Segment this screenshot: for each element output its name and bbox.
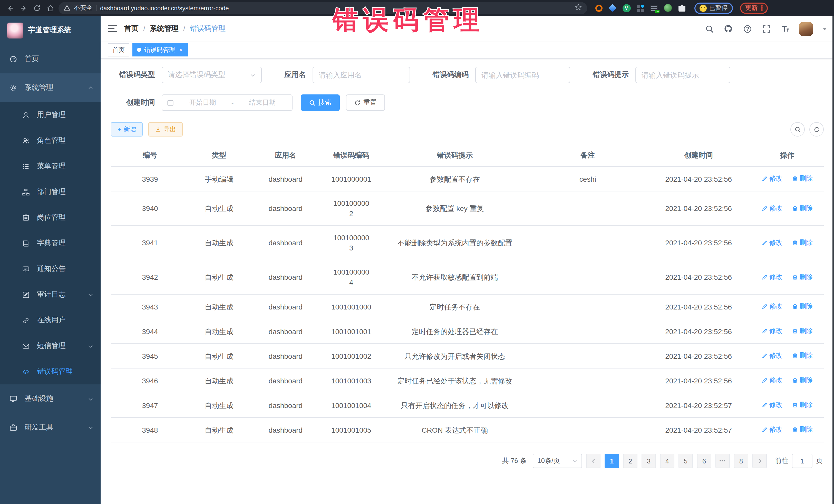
prev-page-button[interactable]	[586, 454, 600, 468]
delete-link[interactable]: 删除	[792, 326, 813, 336]
cell-id: 3943	[111, 294, 189, 319]
goto-page-input[interactable]	[792, 454, 812, 468]
url-bar[interactable]: 不安全 dashboard.yudao.iocoder.cn/system/er…	[59, 2, 587, 14]
delete-link[interactable]: 删除	[792, 203, 813, 213]
sidebar-item-notice[interactable]: 通知公告	[0, 256, 101, 282]
user-avatar[interactable]	[799, 22, 813, 36]
sidebar-item-dev-tools[interactable]: 研发工具	[0, 413, 101, 442]
edit-link[interactable]: 修改	[762, 351, 783, 361]
sidebar-item-user-management[interactable]: 用户管理	[0, 102, 101, 128]
export-button[interactable]: 导出	[148, 122, 183, 136]
cell-app: dashboard	[249, 319, 322, 344]
delete-link[interactable]: 删除	[792, 351, 813, 361]
extension-icon[interactable]	[636, 4, 644, 12]
more-pages-icon[interactable]: •••	[716, 454, 730, 468]
breadcrumb-system[interactable]: 系统管理	[150, 24, 179, 34]
page-button-6[interactable]: 6	[697, 454, 711, 468]
sidebar-item-system-management[interactable]: 系统管理	[0, 73, 101, 102]
breadcrumb-home[interactable]: 首页	[124, 24, 138, 34]
edit-link[interactable]: 修改	[762, 203, 783, 213]
create-time-range-picker[interactable]: 开始日期 - 结束日期	[162, 94, 292, 111]
cell-code: 1001001005	[322, 418, 380, 442]
edit-link[interactable]: 修改	[762, 400, 783, 410]
add-button[interactable]: + 新增	[111, 122, 143, 136]
delete-link[interactable]: 删除	[792, 400, 813, 410]
github-icon[interactable]	[723, 24, 733, 34]
edit-link[interactable]: 修改	[762, 375, 783, 386]
browser-home-icon[interactable]	[45, 3, 56, 13]
sidebar-item-infrastructure[interactable]: 基础设施	[0, 385, 101, 413]
security-label[interactable]: 不安全	[74, 4, 92, 12]
delete-link[interactable]: 删除	[792, 424, 813, 435]
sidebar-toggle-icon[interactable]	[108, 25, 117, 32]
cell-message: 参数配置 key 重复	[380, 191, 529, 225]
delete-link[interactable]: 删除	[792, 174, 813, 184]
sidebar-item-post-management[interactable]: 岗位管理	[0, 205, 101, 231]
extension-icon[interactable]: V	[622, 4, 631, 12]
sidebar-item-role-management[interactable]: 角色管理	[0, 128, 101, 153]
sidebar-item-menu-management[interactable]: 菜单管理	[0, 153, 101, 179]
browser-forward-icon[interactable]	[19, 3, 29, 13]
sidebar-item-online-users[interactable]: 在线用户	[0, 307, 101, 333]
tab-error-code-management[interactable]: 错误码管理 ×	[132, 43, 188, 57]
bookmark-star-icon[interactable]	[575, 3, 582, 13]
edit-link[interactable]: 修改	[762, 301, 783, 311]
page-button-8[interactable]: 8	[734, 454, 748, 468]
extension-icon[interactable]	[678, 4, 686, 12]
page-button-4[interactable]: 4	[660, 454, 674, 468]
error-msg-input[interactable]	[635, 67, 730, 83]
extension-icon[interactable]	[594, 4, 603, 12]
search-icon[interactable]	[704, 24, 715, 34]
font-size-icon[interactable]	[780, 24, 790, 34]
extension-icon[interactable]: on	[650, 4, 658, 12]
help-icon[interactable]	[742, 24, 752, 34]
user-menu-caret-icon[interactable]	[823, 27, 827, 30]
fullscreen-icon[interactable]	[761, 24, 771, 34]
sidebar-item-home[interactable]: 首页	[0, 45, 101, 73]
cell-message: 不允许获取敏感配置到前端	[380, 260, 529, 294]
reset-button[interactable]: 重置	[346, 94, 385, 111]
sidebar-item-sms-management[interactable]: 短信管理	[0, 333, 101, 359]
refresh-table-icon-button[interactable]	[809, 122, 824, 136]
window-scrollbar[interactable]	[832, 16, 834, 504]
breadcrumb-separator: /	[183, 25, 185, 33]
edit-link[interactable]: 修改	[762, 424, 783, 435]
browser-back-icon[interactable]	[5, 3, 15, 13]
page-button-1[interactable]: 1	[605, 454, 619, 468]
sidebar-item-audit-log[interactable]: 审计日志	[0, 282, 101, 307]
trash-icon	[792, 239, 798, 246]
page-button-3[interactable]: 3	[641, 454, 656, 468]
browser-profile-chip[interactable]: 已暂停	[695, 2, 733, 14]
extension-icon[interactable]	[608, 4, 617, 12]
page-button-5[interactable]: 5	[679, 454, 693, 468]
delete-link[interactable]: 删除	[792, 375, 813, 386]
pencil-icon	[762, 239, 768, 246]
browser-reload-icon[interactable]	[32, 3, 42, 13]
app-logo-row[interactable]: 芋道管理系统	[0, 16, 101, 45]
tab-close-icon[interactable]: ×	[178, 46, 183, 53]
search-button[interactable]: 搜索	[301, 94, 340, 111]
next-page-button[interactable]	[752, 454, 767, 468]
delete-link[interactable]: 删除	[792, 272, 813, 282]
page-size-select[interactable]: 10条/页	[533, 454, 582, 468]
app-name-input[interactable]	[312, 67, 410, 83]
edit-link[interactable]: 修改	[762, 272, 783, 282]
filter-date-label: 创建时间	[126, 98, 155, 107]
sidebar-item-dict-management[interactable]: 字典管理	[0, 231, 101, 256]
extension-icon[interactable]	[664, 4, 672, 12]
sidebar: 芋道管理系统 首页 系统管理 用户管理	[0, 16, 101, 504]
page-button-2[interactable]: 2	[623, 454, 637, 468]
delete-link[interactable]: 删除	[792, 237, 813, 248]
sidebar-item-dept-management[interactable]: 部门管理	[0, 179, 101, 205]
toggle-search-icon-button[interactable]	[790, 122, 805, 136]
edit-link[interactable]: 修改	[762, 174, 783, 184]
edit-link[interactable]: 修改	[762, 326, 783, 336]
sidebar-item-error-code-management[interactable]: 错误码管理	[0, 359, 101, 385]
browser-update-button[interactable]: 更新	[740, 2, 768, 14]
error-code-input[interactable]	[475, 67, 570, 83]
tab-home[interactable]: 首页	[108, 43, 129, 57]
browser-menu-icon[interactable]	[761, 5, 762, 11]
error-type-select[interactable]: 请选择错误码类型	[162, 67, 262, 83]
delete-link[interactable]: 删除	[792, 301, 813, 311]
edit-link[interactable]: 修改	[762, 237, 783, 248]
